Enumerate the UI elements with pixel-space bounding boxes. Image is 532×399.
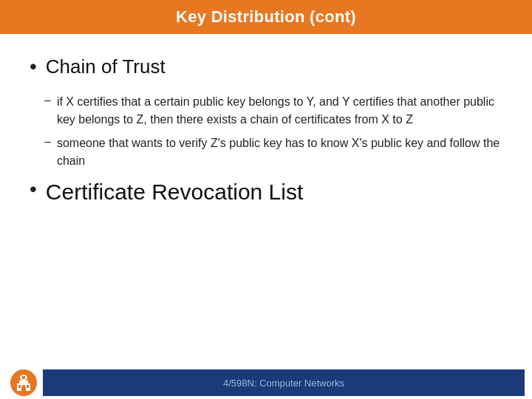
bullet-dot-1: • [30, 56, 37, 77]
slide: Key Distribution (cont) • Chain of Trust… [0, 0, 532, 399]
footer-logo [7, 366, 40, 399]
bullet-dot-2: • [30, 179, 37, 200]
svg-rect-6 [18, 385, 21, 388]
sub-bullet-1-2: – someone that wants to verify Z's publi… [44, 134, 502, 170]
bullet-2-title: Certificate Revocation List [46, 177, 304, 206]
header-title: Key Distribution (cont) [176, 7, 356, 26]
svg-rect-5 [22, 376, 25, 379]
svg-rect-9 [21, 387, 26, 391]
slide-header: Key Distribution (cont) [0, 0, 532, 34]
bullet-1-title: Chain of Trust [46, 55, 166, 80]
svg-rect-8 [27, 385, 29, 388]
sub-bullet-text-1: if X certifies that a certain public key… [57, 93, 502, 129]
sub-dash-2: – [44, 135, 51, 149]
footer-bar: 4/598N: Computer Networks [43, 369, 525, 396]
sub-bullet-text-2: someone that wants to verify Z's public … [57, 134, 502, 170]
bullet-2: • Certificate Revocation List [30, 177, 502, 206]
sub-dash-1: – [44, 94, 51, 107]
sub-bullets-1: – if X certifies that a certain public k… [44, 93, 502, 170]
footer-text: 4/598N: Computer Networks [223, 378, 344, 389]
logo-icon [10, 369, 38, 397]
bullet-1: • Chain of Trust – if X certifies that a… [30, 55, 502, 177]
slide-content: • Chain of Trust – if X certifies that a… [0, 34, 532, 366]
sub-bullet-1-1: – if X certifies that a certain public k… [44, 93, 502, 129]
slide-footer: 4/598N: Computer Networks [0, 366, 532, 399]
